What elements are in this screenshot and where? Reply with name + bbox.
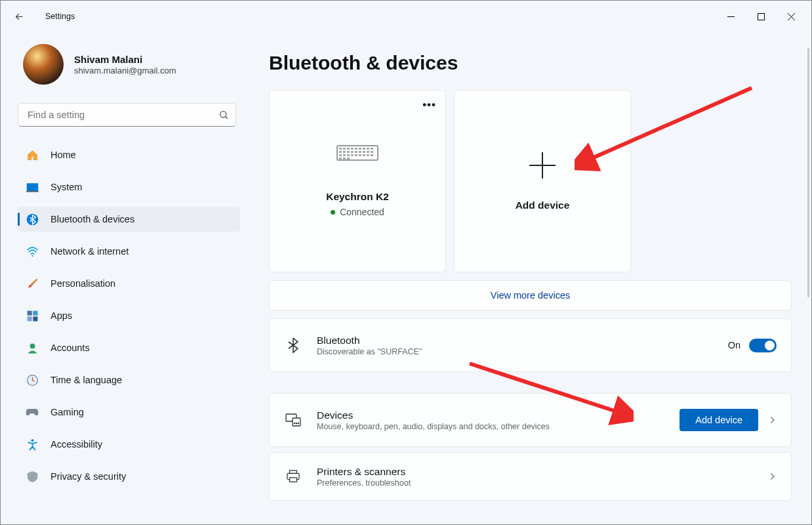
nav-label: Accessibility	[51, 439, 102, 450]
keyboard-icon	[336, 145, 378, 161]
maximize-button[interactable]	[746, 6, 776, 27]
accessibility-icon	[26, 438, 39, 451]
brush-icon	[26, 277, 39, 290]
close-icon	[788, 13, 795, 20]
chevron-right-icon	[767, 472, 777, 481]
nav-label: Privacy & security	[51, 471, 126, 482]
sidebar: Shivam Malani shivam.malani@gmail.com Ho…	[1, 32, 247, 524]
svg-line-3	[226, 117, 228, 119]
bluetooth-row-subtitle: Discoverable as "SURFACE"	[317, 347, 728, 356]
minimize-icon	[727, 13, 735, 20]
svg-rect-4	[26, 183, 37, 191]
svg-point-14	[31, 439, 33, 442]
scrollbar[interactable]	[807, 48, 809, 297]
svg-rect-24	[290, 478, 297, 482]
view-more-label: View more devices	[491, 290, 570, 301]
nav-label: Personalisation	[51, 278, 115, 289]
add-device-label: Add device	[516, 200, 570, 211]
profile-email: shivam.malani@gmail.com	[74, 66, 176, 75]
nav-label: System	[51, 182, 82, 192]
bluetooth-row-icon	[284, 337, 302, 353]
app-title: Settings	[45, 12, 75, 21]
devices-row-title: Devices	[317, 410, 680, 421]
nav-label: Bluetooth & devices	[51, 214, 134, 224]
minimize-button[interactable]	[716, 6, 746, 27]
person-icon	[26, 341, 39, 354]
svg-point-7	[31, 255, 33, 256]
svg-rect-11	[33, 316, 37, 321]
page-title: Bluetooth & devices	[269, 52, 792, 74]
bluetooth-toggle-row: Bluetooth Discoverable as "SURFACE" On	[269, 318, 792, 372]
svg-point-19	[294, 423, 294, 423]
chevron-right-icon	[767, 415, 777, 425]
close-button[interactable]	[776, 6, 806, 27]
nav-accounts[interactable]: Accounts	[18, 335, 240, 360]
device-status: Connected	[340, 207, 384, 217]
status-dot-icon	[331, 210, 335, 215]
bluetooth-row-title: Bluetooth	[317, 335, 728, 346]
search-input[interactable]	[28, 110, 218, 120]
svg-rect-10	[27, 316, 31, 321]
add-device-card[interactable]: Add device	[454, 90, 631, 272]
search-icon	[218, 110, 229, 120]
svg-rect-1	[758, 13, 764, 20]
add-device-button[interactable]: Add device	[680, 409, 758, 431]
svg-rect-8	[27, 310, 31, 315]
maximize-icon	[758, 13, 765, 20]
back-button[interactable]	[6, 3, 32, 30]
svg-point-2	[220, 112, 226, 117]
nav-bluetooth[interactable]: Bluetooth & devices	[18, 207, 240, 232]
nav-label: Home	[51, 150, 76, 160]
printers-row-subtitle: Preferences, troubleshoot	[317, 478, 767, 488]
system-icon	[26, 180, 39, 194]
svg-point-20	[296, 423, 296, 423]
nav-system[interactable]: System	[18, 175, 240, 200]
svg-rect-5	[26, 191, 39, 192]
gamepad-icon	[26, 406, 39, 419]
view-more-devices-link[interactable]: View more devices	[269, 280, 792, 310]
svg-point-21	[298, 423, 298, 423]
device-card-keyboard[interactable]: ••• Keychron K2 Connected	[269, 90, 446, 272]
wifi-icon	[26, 245, 39, 258]
home-icon	[26, 148, 39, 161]
shield-icon	[26, 470, 39, 483]
bluetooth-toggle[interactable]	[749, 339, 777, 352]
nav-label: Accounts	[51, 343, 90, 353]
svg-rect-9	[33, 310, 37, 315]
window-controls	[716, 6, 806, 27]
svg-point-12	[30, 343, 35, 348]
clock-icon	[26, 373, 39, 387]
nav-list: Home System Bluetooth & devices Network …	[18, 142, 240, 489]
nav-gaming[interactable]: Gaming	[18, 400, 240, 425]
printers-row-title: Printers & scanners	[317, 466, 767, 478]
device-grid: ••• Keychron K2 Connected Add device	[269, 90, 792, 272]
titlebar: Settings	[1, 1, 811, 32]
nav-label: Apps	[51, 310, 72, 321]
nav-privacy[interactable]: Privacy & security	[18, 464, 240, 489]
nav-time[interactable]: Time & language	[18, 368, 240, 392]
nav-network[interactable]: Network & internet	[18, 239, 240, 264]
search-box[interactable]	[18, 103, 236, 127]
svg-rect-18	[293, 418, 300, 426]
plus-icon	[528, 151, 557, 180]
devices-row-subtitle: Mouse, keyboard, pen, audio, displays an…	[317, 422, 680, 431]
nav-personalisation[interactable]: Personalisation	[18, 271, 240, 296]
printer-icon	[284, 470, 302, 483]
apps-icon	[26, 309, 39, 322]
devices-row[interactable]: Devices Mouse, keyboard, pen, audio, dis…	[269, 393, 792, 447]
avatar	[23, 44, 64, 85]
devices-row-icon	[284, 413, 302, 427]
profile-name: Shivam Malani	[74, 54, 176, 65]
nav-accessibility[interactable]: Accessibility	[18, 432, 240, 457]
printers-row[interactable]: Printers & scanners Preferences, trouble…	[269, 452, 792, 501]
device-name: Keychron K2	[326, 191, 389, 203]
more-button[interactable]: •••	[422, 98, 436, 112]
nav-apps[interactable]: Apps	[18, 303, 240, 328]
nav-label: Time & language	[51, 375, 122, 385]
main-content: Bluetooth & devices ••• Keychron K2 Conn…	[247, 32, 811, 524]
nav-label: Network & internet	[51, 246, 129, 257]
nav-home[interactable]: Home	[18, 142, 240, 167]
toggle-state-label: On	[728, 340, 741, 350]
profile-block[interactable]: Shivam Malani shivam.malani@gmail.com	[18, 32, 240, 103]
svg-rect-22	[290, 471, 297, 474]
